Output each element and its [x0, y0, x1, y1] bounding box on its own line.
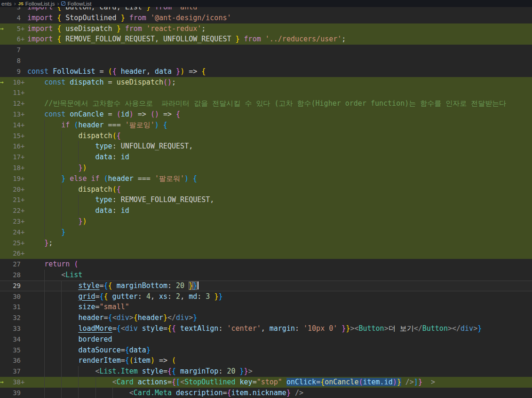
line-number[interactable]: 37 — [7, 366, 21, 377]
code-text[interactable]: dispatch({ — [25, 131, 532, 141]
code-text[interactable]: } else if (header === '팔로워') { — [25, 173, 532, 184]
code-text[interactable]: renderItem={(item) => ( — [25, 355, 532, 366]
line-number[interactable]: 4 — [7, 13, 21, 23]
code-text[interactable]: type: UNFOLLOW_REQUEST, — [25, 141, 532, 152]
code-line[interactable]: 22+ data: id — [0, 205, 532, 216]
gutter[interactable]: 20+ — [0, 184, 25, 195]
code-text[interactable]: dataSource={data} — [25, 345, 532, 356]
gutter[interactable]: 6+ — [0, 34, 25, 45]
line-number[interactable]: 22 — [7, 205, 21, 216]
gutter[interactable]: 9 — [0, 66, 25, 77]
code-text[interactable]: const dispatch = useDispatch(); — [25, 77, 532, 88]
code-text[interactable]: if (header === '팔로잉') { — [25, 120, 532, 131]
line-number[interactable]: 9 — [7, 66, 21, 77]
code-line[interactable]: 33 loadMore={<div style={{ textAlign: 'c… — [0, 323, 532, 334]
line-number[interactable]: 21 — [7, 195, 21, 205]
gutter[interactable]: 19+ — [0, 173, 25, 184]
code-line[interactable]: 11+ — [0, 87, 532, 98]
code-text[interactable]: <List — [25, 270, 532, 281]
code-line[interactable]: 27 return ( — [0, 259, 532, 270]
gutter[interactable]: 17+ — [0, 152, 25, 163]
line-number[interactable]: 14 — [7, 120, 21, 131]
code-text[interactable] — [25, 87, 532, 98]
code-text[interactable]: import { useDispatch } from 'react-redux… — [25, 23, 532, 34]
line-number[interactable]: 25 — [7, 238, 21, 249]
code-text[interactable]: }) — [25, 163, 532, 173]
code-text[interactable]: bordered — [25, 334, 532, 345]
gutter[interactable]: 24+ — [0, 227, 25, 238]
code-text[interactable]: }; — [25, 238, 532, 249]
code-text[interactable]: <List.Item style={{ marginTop: 20 }}> — [25, 366, 532, 377]
gutter[interactable]: 28 — [0, 270, 25, 281]
line-number[interactable]: 18 — [7, 163, 21, 173]
code-text[interactable]: data: id — [25, 152, 532, 163]
line-number[interactable]: 6 — [7, 34, 21, 45]
code-line[interactable]: 9const FollowList = ({ header, data }) =… — [0, 66, 532, 77]
line-number[interactable]: 5 — [7, 23, 21, 34]
gutter[interactable]: 22+ — [0, 205, 25, 216]
gutter[interactable]: 27 — [0, 259, 25, 270]
line-number[interactable]: 17 — [7, 152, 21, 163]
gutter[interactable]: 11+ — [0, 87, 25, 98]
code-text[interactable]: grid={{ gutter: 4, xs: 2, md: 3 }} — [25, 291, 532, 302]
line-number[interactable]: 34 — [7, 334, 21, 345]
line-number[interactable]: 13 — [7, 109, 21, 120]
line-number[interactable]: 15 — [7, 131, 21, 141]
gutter[interactable]: 18+ — [0, 163, 25, 173]
code-line[interactable]: 6+import { REMOVE_FOLLOW_REQUEST, UNFOLL… — [0, 34, 532, 45]
code-line[interactable]: 15+ dispatch({ — [0, 131, 532, 141]
code-line[interactable]: 8 — [0, 55, 532, 66]
breadcrumb-item-file[interactable]: JS FollowList.js — [18, 1, 55, 7]
line-number[interactable]: 8 — [7, 55, 21, 66]
code-text[interactable]: //반목문에서 고차함수 사용으로 파라미터 값을 전달시킬 수 있다 (고차 … — [25, 98, 532, 109]
gutter[interactable]: 33 — [0, 323, 25, 334]
line-number[interactable]: 26 — [7, 248, 21, 259]
code-line[interactable]: 36 renderItem={(item) => ( — [0, 355, 532, 366]
gutter[interactable]: 35 — [0, 345, 25, 356]
code-line[interactable]: 18+ }) — [0, 163, 532, 173]
gutter[interactable]: 32 — [0, 312, 25, 323]
code-line[interactable]: 34 bordered — [0, 334, 532, 345]
code-text[interactable] — [25, 55, 532, 66]
code-text[interactable]: header={<div>{header}</div>} — [25, 312, 532, 323]
line-number[interactable]: 12 — [7, 98, 21, 109]
line-number[interactable]: 10 — [7, 77, 21, 88]
code-text[interactable]: style={{ marginBottom: 20 }} — [25, 281, 532, 291]
code-line[interactable]: 20+ dispatch({ — [0, 184, 532, 195]
code-line[interactable]: →10+ const dispatch = useDispatch(); — [0, 77, 532, 88]
code-line[interactable]: 32 header={<div>{header}</div>} — [0, 312, 532, 323]
line-number[interactable]: 33 — [7, 323, 21, 334]
code-line[interactable]: 14+ if (header === '팔로잉') { — [0, 120, 532, 131]
code-text[interactable]: <Card.Meta description={item.nickname} /… — [25, 388, 532, 398]
code-text[interactable] — [25, 45, 532, 55]
code-text[interactable]: dispatch({ — [25, 184, 532, 195]
code-text[interactable]: type: REMOVE_FOLLOW_REQUEST, — [25, 195, 532, 205]
line-number[interactable]: 7 — [7, 45, 21, 55]
code-line[interactable]: 24+ } — [0, 227, 532, 238]
code-line[interactable]: 19+ } else if (header === '팔로워') { — [0, 173, 532, 184]
code-line[interactable]: →5+import { useDispatch } from 'react-re… — [0, 23, 532, 34]
line-number[interactable]: 27 — [7, 259, 21, 270]
code-text[interactable]: size="small" — [25, 302, 532, 312]
line-number[interactable]: 39 — [7, 388, 21, 398]
gutter[interactable]: 30 — [0, 291, 25, 302]
code-line[interactable]: 13+ const onCancle = (id) => () => { — [0, 109, 532, 120]
code-line[interactable]: 17+ data: id — [0, 152, 532, 163]
line-number[interactable]: 20 — [7, 184, 21, 195]
gutter[interactable]: 37 — [0, 366, 25, 377]
gutter[interactable]: 23+ — [0, 216, 25, 227]
gutter[interactable]: 14+ — [0, 120, 25, 131]
code-line[interactable]: 16+ type: UNFOLLOW_REQUEST, — [0, 141, 532, 152]
gutter[interactable]: 8 — [0, 55, 25, 66]
gutter[interactable]: 12+ — [0, 98, 25, 109]
line-number[interactable]: 24 — [7, 227, 21, 238]
line-number[interactable]: 23 — [7, 216, 21, 227]
code-line[interactable]: 7 — [0, 45, 532, 55]
gutter[interactable]: 39 — [0, 388, 25, 398]
code-line[interactable]: 12+ //반목문에서 고차함수 사용으로 파라미터 값을 전달시킬 수 있다 … — [0, 98, 532, 109]
gutter[interactable]: 34 — [0, 334, 25, 345]
gutter[interactable]: →5+ — [0, 23, 25, 34]
gutter[interactable]: →38+ — [0, 377, 25, 388]
code-line[interactable]: 39 <Card.Meta description={item.nickname… — [0, 388, 532, 398]
code-text[interactable]: } — [25, 227, 532, 238]
